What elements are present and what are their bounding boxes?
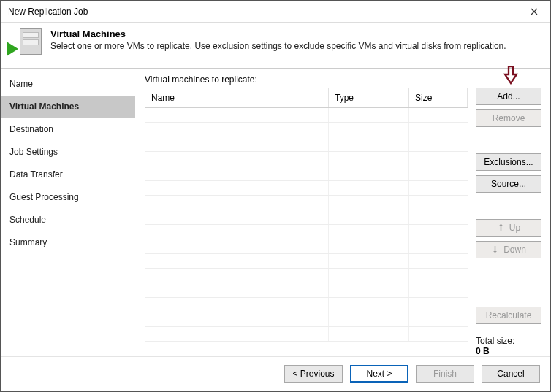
cancel-button[interactable]: Cancel [482,365,540,383]
step-name[interactable]: Name [1,72,135,96]
table-row [145,327,468,342]
recalculate-button[interactable]: Recalculate [476,307,542,324]
column-type[interactable]: Type [329,88,409,107]
page-title: Virtual Machines [50,28,506,39]
main-panel: Virtual machines to replicate: Name Type… [136,69,550,356]
grid-header: Name Type Size [145,88,468,108]
step-job-settings[interactable]: Job Settings [1,141,135,164]
column-name[interactable]: Name [145,88,329,107]
step-label: Data Transfer [10,169,63,180]
remove-button[interactable]: Remove [476,109,542,127]
next-button[interactable]: Next > [350,365,408,383]
table-row [145,108,468,123]
move-down-button[interactable]: 🠗 Down [476,241,542,258]
table-row [145,152,468,166]
step-virtual-machines[interactable]: Virtual Machines [1,96,135,118]
arrow-up-icon: 🠕 [497,223,505,232]
table-row [145,298,468,312]
move-up-button[interactable]: 🠕 Up [476,219,542,237]
table-row [145,225,468,239]
step-label: Destination [10,124,53,134]
wizard-footer: < Previous Next > Finish Cancel [1,356,550,390]
total-size-label: Total size: [476,336,542,346]
move-down-label: Down [503,245,526,255]
step-data-transfer[interactable]: Data Transfer [1,164,135,186]
finish-button[interactable]: Finish [416,365,474,383]
table-row [145,196,468,210]
step-label: Job Settings [10,147,58,157]
step-label: Schedule [10,215,46,225]
wizard-steps-sidebar: Name Virtual Machines Destination Job Se… [1,69,136,356]
table-row [145,254,468,269]
table-row [145,269,468,283]
step-label: Name [10,79,33,89]
window-title: New Replication Job [8,7,88,17]
wizard-icon [10,28,42,61]
grid-body [145,108,468,356]
table-row [145,239,468,254]
close-button[interactable] [518,1,550,23]
move-up-label: Up [509,223,520,233]
vm-grid[interactable]: Name Type Size [145,88,468,356]
titlebar: New Replication Job [1,1,550,23]
close-icon [531,8,538,15]
table-row [145,210,468,225]
step-label: Guest Processing [10,192,79,202]
page-subtitle: Select one or more VMs to replicate. Use… [50,41,506,51]
arrow-down-icon: 🠗 [491,245,499,254]
table-row [145,137,468,152]
table-row [145,181,468,196]
total-size-value: 0 B [476,346,542,356]
step-label: Virtual Machines [10,101,79,112]
totals: Total size: 0 B [476,336,542,356]
exclusions-button[interactable]: Exclusions... [476,153,542,171]
add-button[interactable]: Add... [476,88,542,105]
step-schedule[interactable]: Schedule [1,209,135,231]
table-row [145,123,468,137]
wizard-header: Virtual Machines Select one or more VMs … [1,23,550,68]
table-row [145,166,468,181]
step-guest-processing[interactable]: Guest Processing [1,186,135,209]
list-label: Virtual machines to replicate: [145,74,542,85]
step-summary[interactable]: Summary [1,231,135,254]
table-row [145,312,468,327]
previous-button[interactable]: < Previous [284,365,343,383]
source-button[interactable]: Source... [476,175,542,193]
table-row [145,283,468,298]
step-destination[interactable]: Destination [1,118,135,141]
side-button-panel: Add... Remove Exclusions... Source... 🠕 … [476,88,542,356]
step-label: Summary [10,237,47,247]
column-size[interactable]: Size [409,88,468,107]
